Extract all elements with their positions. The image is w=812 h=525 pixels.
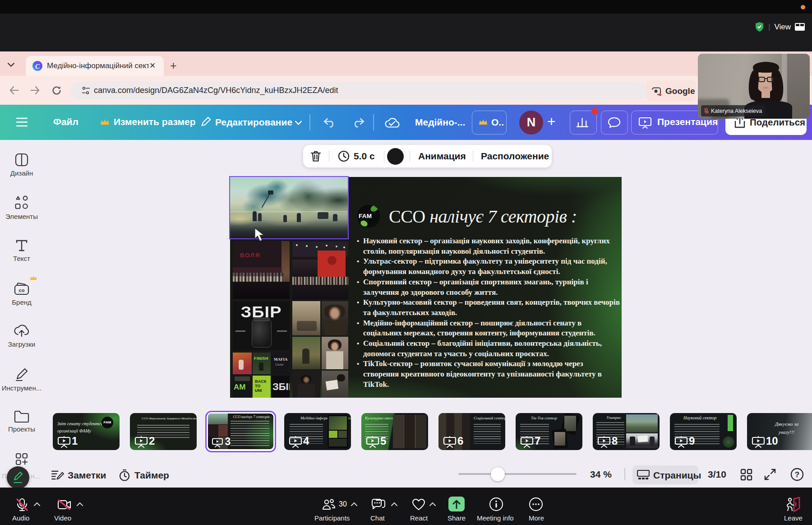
svg-text:?: ?: [795, 470, 799, 479]
svg-text:co: co: [19, 288, 25, 293]
svg-text:C: C: [35, 63, 40, 70]
